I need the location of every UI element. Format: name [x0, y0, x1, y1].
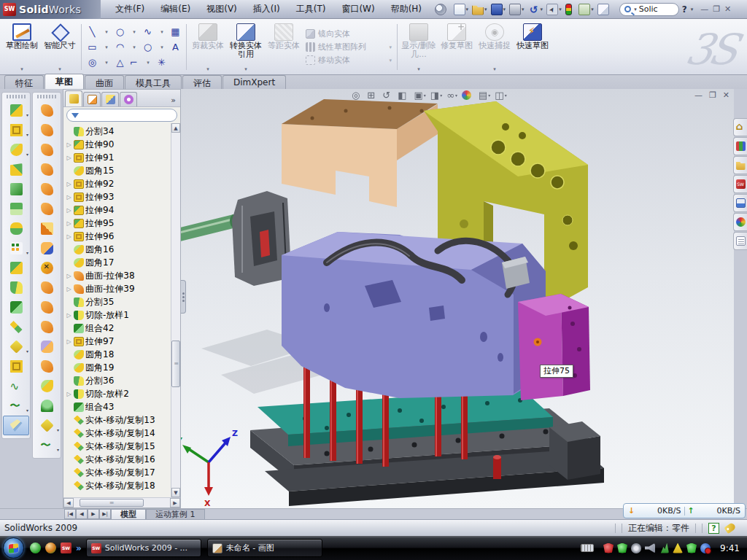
file-explorer-icon[interactable] — [733, 156, 747, 174]
dropdown-arrow-icon[interactable]: ▾ — [26, 132, 28, 137]
lofted-surface-icon[interactable]: ▾ — [34, 160, 60, 179]
arc-dropdown[interactable]: ▾ — [128, 39, 141, 55]
scroll-right-icon[interactable]: ▶ — [170, 498, 180, 508]
knit-surface-icon[interactable]: ▾ — [34, 238, 60, 258]
tree-item[interactable]: ▷ 拉伸92 — [63, 177, 171, 190]
expander-icon[interactable]: ▷ — [66, 338, 72, 345]
fillet-dropdown[interactable]: ▾ — [142, 55, 155, 70]
dropdown-arrow-icon[interactable]: ▾ — [206, 66, 209, 72]
wrap-icon[interactable]: ▾ — [3, 219, 29, 238]
expander-icon[interactable]: ▷ — [66, 286, 72, 292]
cooling-tube-part[interactable] — [181, 214, 237, 245]
delete-surface-icon[interactable]: ▾ — [34, 416, 60, 435]
tree-item[interactable]: ▷ 拉伸95 — [63, 217, 171, 230]
pin-icon[interactable]: ▾ — [433, 2, 452, 17]
menu-item[interactable]: 工具(T) — [289, 1, 333, 18]
dropdown-arrow-icon[interactable]: ▾ — [505, 93, 507, 98]
scroll-up-icon[interactable]: ▲ — [171, 123, 180, 133]
rectangle-dropdown[interactable]: ▾ — [100, 39, 113, 55]
tags-icon[interactable] — [724, 522, 736, 534]
messenger-quick-icon[interactable] — [30, 542, 41, 553]
slot-icon[interactable]: ◎ — [85, 55, 99, 70]
split-icon[interactable]: ▾ — [3, 278, 29, 298]
dropdown-arrow-icon[interactable]: ▾ — [440, 93, 442, 98]
tree-item[interactable]: ▷ 曲面-拉伸38 — [63, 269, 171, 282]
apply-scene-icon[interactable]: ▤ ▾ — [477, 89, 492, 101]
spiral-icon[interactable]: ▾ — [34, 435, 60, 455]
dropdown-arrow-icon[interactable]: ▾ — [591, 7, 594, 12]
appearances-icon[interactable] — [733, 213, 747, 231]
tree-item[interactable]: ▷ 实体-移动/复制14 — [63, 427, 171, 440]
dropdown-arrow-icon[interactable]: ▾ — [26, 152, 28, 157]
tree-item[interactable]: ▷ 实体-移动/复制15 — [63, 440, 171, 453]
tree-item[interactable]: ▷ 圆角17 — [63, 256, 171, 269]
ribbon-tab[interactable]: 特征 — [4, 75, 44, 89]
spline-icon[interactable]: ∿ — [141, 24, 155, 39]
minimize-button[interactable]: — — [700, 4, 708, 14]
dropdown-arrow-icon[interactable]: ▾ — [484, 7, 487, 12]
rebuild-traffic-light-icon[interactable]: ▾ — [564, 2, 577, 17]
tree-vertical-scrollbar[interactable]: ▲ ≡ ▼ — [171, 123, 180, 497]
shell-icon[interactable]: ▾ — [3, 179, 29, 199]
solidworks-quick-icon[interactable]: SW — [61, 542, 71, 553]
ribbon-tab[interactable]: DimXpert — [222, 75, 286, 89]
search-dropdown-icon[interactable]: ▾ — [634, 7, 637, 12]
command-button[interactable]: 修复草图 ▾ — [438, 21, 476, 73]
previous-view-icon[interactable]: ↺ ▾ — [381, 89, 395, 101]
ribbon-tab[interactable]: 曲面 — [85, 75, 124, 89]
dropdown-arrow-icon[interactable]: ▾ — [389, 58, 392, 63]
taskbar-button[interactable]: SW SolidWorks 2009 - ... — [86, 539, 201, 557]
expander-icon[interactable]: ▷ — [66, 391, 72, 397]
taskbar-clock[interactable]: 9:41 — [720, 543, 740, 553]
solidworks-content-icon[interactable]: SW — [733, 175, 747, 193]
first-tab-button[interactable]: |◀ — [64, 509, 76, 519]
command-button[interactable]: 快速草图 ▾ — [514, 21, 551, 73]
expander-icon[interactable]: ▷ — [66, 273, 72, 279]
tree-item[interactable]: ▷ 分割34 — [63, 125, 171, 138]
doc-close-button[interactable]: ✕ — [723, 90, 729, 100]
messenger-icon[interactable] — [700, 543, 711, 553]
document-tab[interactable]: 模型 — [111, 509, 146, 519]
update-icon[interactable] — [631, 543, 641, 553]
help-dropdown-icon[interactable]: ▾ — [691, 7, 694, 12]
tree-item[interactable]: ▷ 圆角15 — [63, 164, 171, 177]
area-select-icon[interactable]: ▦ — [169, 24, 182, 39]
dropdown-arrow-icon[interactable]: ▾ — [541, 7, 543, 12]
dropdown-arrow-icon[interactable]: ▾ — [424, 93, 426, 98]
planar-surface-icon[interactable]: ▾ — [34, 219, 60, 238]
point-icon[interactable]: ✳ — [155, 55, 169, 70]
antivirus-icon[interactable] — [686, 543, 697, 553]
dropdown-arrow-icon[interactable]: ▾ — [503, 7, 506, 12]
document-tab[interactable]: 运动算例 1 — [146, 509, 205, 519]
dropdown-arrow-icon[interactable]: ▾ — [244, 66, 247, 72]
view-settings-icon[interactable]: ◫ ▾ — [493, 89, 508, 101]
swept-surface-icon[interactable]: ▾ — [34, 140, 60, 160]
slot-dropdown[interactable]: ▾ — [100, 55, 113, 70]
command-button[interactable]: 智能尺寸 ▾ — [41, 21, 79, 73]
media-quick-icon[interactable] — [45, 542, 56, 553]
expander-icon[interactable]: ▷ — [66, 194, 72, 201]
tree-item[interactable]: ▷ 拉伸96 — [63, 230, 171, 243]
manager-overflow-button[interactable]: » — [168, 96, 179, 106]
security-alert-icon[interactable] — [603, 543, 614, 553]
feature-manager-tab[interactable] — [65, 90, 82, 106]
menu-item[interactable]: 文件(F) — [108, 1, 152, 18]
hose-connector[interactable] — [502, 257, 530, 289]
zoom-to-area-icon[interactable]: ⊞ ▾ — [365, 89, 379, 101]
ribbon-tab[interactable]: 评估 — [182, 75, 222, 89]
expander-icon[interactable]: ▷ — [66, 207, 72, 214]
tree-item[interactable]: ▷ 拉伸90 — [63, 138, 171, 151]
power-manager-icon[interactable] — [617, 543, 627, 553]
command-button[interactable]: 显示/删除几... ▾ — [400, 21, 438, 73]
quick-launch-overflow[interactable]: » — [76, 543, 82, 553]
dropdown-arrow-icon[interactable]: ▾ — [559, 7, 562, 12]
curved-pipe-surface-icon[interactable]: ▾ — [34, 298, 60, 317]
command-button[interactable]: 等距实体 ▾ — [265, 21, 303, 73]
zoom-to-fit-icon[interactable]: ◎ ▾ — [350, 89, 364, 101]
print-icon[interactable]: ▾ — [508, 2, 526, 17]
last-tab-button[interactable]: ▶| — [99, 509, 111, 519]
solidworks-resources-icon[interactable] — [733, 118, 747, 136]
menu-item[interactable]: 插入(I) — [246, 1, 287, 18]
custom-properties-icon[interactable] — [733, 232, 747, 250]
model-canvas[interactable]: Y Z X — [181, 89, 734, 508]
